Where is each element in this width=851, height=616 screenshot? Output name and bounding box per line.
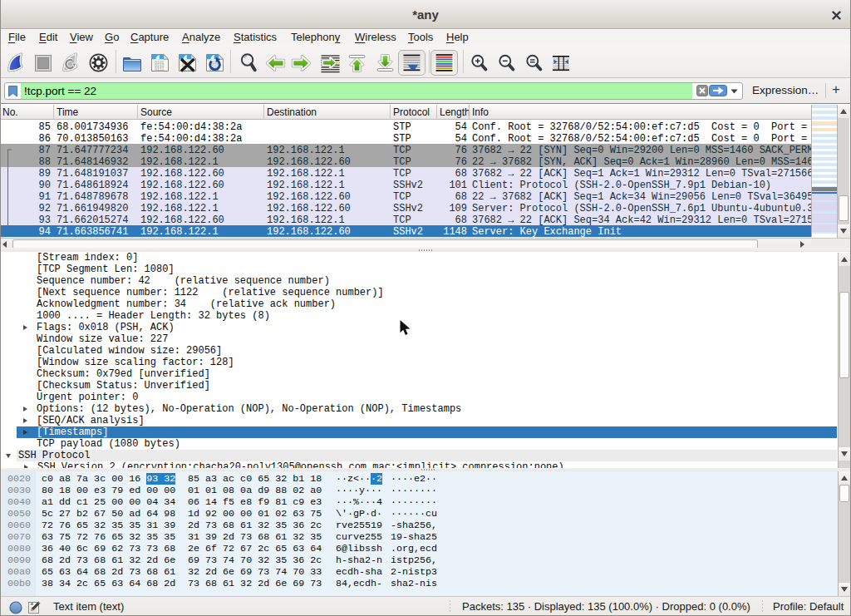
svg-text:0111: 0111 (155, 67, 164, 71)
